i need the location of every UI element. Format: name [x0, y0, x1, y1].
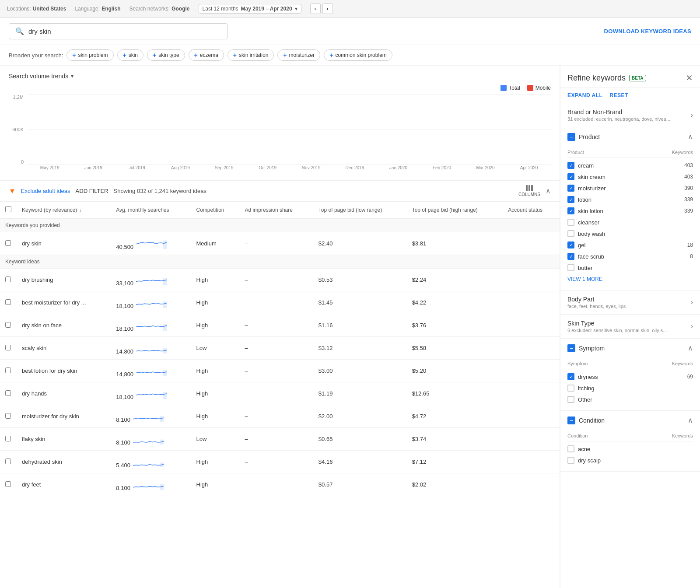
- broaden-chip-label: skin irritation: [239, 52, 268, 58]
- minus-icon[interactable]: −: [567, 344, 575, 352]
- add-filter-button[interactable]: ADD FILTER: [76, 188, 108, 194]
- refine-item-checkbox[interactable]: ✓: [567, 162, 574, 169]
- refine-item-checkbox[interactable]: ✓: [567, 207, 574, 214]
- prev-date-button[interactable]: ‹: [310, 4, 321, 14]
- refine-item-count: 69: [687, 374, 693, 380]
- date-range-value: May 2019 – Apr 2020: [241, 6, 292, 12]
- row-keyword: dry hands: [17, 382, 111, 405]
- search-input-wrap: 🔍: [9, 23, 228, 39]
- chevron-down-icon: ›: [691, 322, 693, 330]
- download-keyword-ideas-button[interactable]: DOWNLOAD KEYWORD IDEAS: [604, 28, 691, 35]
- reset-button[interactable]: RESET: [609, 92, 628, 98]
- refine-item-checkbox[interactable]: ✓: [567, 373, 574, 380]
- refine-item: ✓ dryness 69: [567, 371, 693, 382]
- refine-item-checkbox[interactable]: [567, 219, 574, 226]
- location-info: Locations: United States: [7, 6, 66, 12]
- refine-body-part-header[interactable]: Body Part face, feet, hands, eyes, lips …: [560, 290, 700, 314]
- x-label: Jan 2020: [377, 165, 420, 173]
- refine-item-label: cleanser: [578, 219, 690, 226]
- refine-item: ✓ gel 18: [567, 239, 693, 251]
- minus-icon[interactable]: −: [567, 133, 575, 141]
- minus-icon[interactable]: −: [567, 416, 575, 424]
- refine-item-count: 339: [684, 208, 693, 214]
- row-checkbox[interactable]: [0, 382, 17, 405]
- refine-item-checkbox[interactable]: [567, 445, 574, 452]
- select-all-checkbox[interactable]: [0, 202, 17, 218]
- expand-all-button[interactable]: EXPAND ALL: [567, 92, 602, 98]
- svg-rect-9: [160, 462, 164, 467]
- collapse-chart-button[interactable]: ∧: [546, 187, 551, 195]
- row-ad-impression: –: [240, 473, 313, 496]
- th-competition[interactable]: Competition: [191, 202, 240, 218]
- refine-condition-header[interactable]: − Condition ∧: [560, 411, 700, 430]
- row-checkbox[interactable]: [0, 405, 17, 428]
- th-top-low[interactable]: Top of page bid (low range): [313, 202, 407, 218]
- row-checkbox[interactable]: [0, 473, 17, 496]
- section-header-cell: Keyword ideas: [0, 255, 560, 269]
- refine-skin-type-header[interactable]: Skin Type 6 excluded: sensitive skin, no…: [560, 315, 700, 338]
- refine-product-table-header: Product Keywords: [567, 148, 693, 158]
- date-range-selector[interactable]: Last 12 months May 2019 – Apr 2020 ▾: [199, 4, 301, 14]
- row-checkbox[interactable]: [0, 428, 17, 451]
- row-checkbox[interactable]: [0, 451, 17, 473]
- broaden-chip[interactable]: +skin problem: [66, 49, 113, 61]
- row-checkbox[interactable]: [0, 314, 17, 337]
- row-top-high: $3.74: [407, 428, 503, 451]
- refine-item-checkbox[interactable]: [567, 457, 574, 464]
- broaden-chip[interactable]: +moisturizer: [277, 49, 320, 61]
- th-ad-impression[interactable]: Ad impression share: [240, 202, 313, 218]
- table-row: scaly skin 14,800 Low – $3.12 $5.58: [0, 337, 560, 360]
- row-avg-monthly: 14,800: [111, 360, 191, 382]
- close-refine-button[interactable]: ✕: [686, 73, 693, 83]
- th-account-status: Account status: [503, 202, 560, 218]
- broaden-chip[interactable]: +common skin problem: [324, 49, 392, 61]
- row-checkbox[interactable]: [0, 269, 17, 291]
- th-keyword[interactable]: Keyword (by relevance) ↓: [17, 202, 111, 218]
- th-avg-monthly[interactable]: Avg. monthly searches: [111, 202, 191, 218]
- refine-symptom-header[interactable]: − Symptom ∧: [560, 339, 700, 357]
- sparkline: [136, 364, 167, 376]
- refine-item-count: 390: [684, 185, 693, 191]
- refine-product-header[interactable]: − Product ∧: [560, 127, 700, 146]
- refine-item-checkbox[interactable]: [567, 264, 574, 271]
- row-checkbox[interactable]: [0, 337, 17, 360]
- broaden-chip[interactable]: +eczema: [189, 49, 224, 61]
- next-date-button[interactable]: ›: [322, 4, 333, 14]
- sparkline: [136, 318, 167, 331]
- broaden-chip[interactable]: +skin irritation: [228, 49, 274, 61]
- broaden-chip[interactable]: +skin: [117, 49, 144, 61]
- y-label-mid: 600K: [9, 127, 24, 132]
- row-avg-monthly: 40,500: [111, 232, 191, 255]
- broaden-chip[interactable]: +skin type: [147, 49, 185, 61]
- chart-dropdown-icon[interactable]: ▾: [71, 73, 74, 79]
- refine-item-checkbox[interactable]: ✓: [567, 253, 574, 260]
- columns-button[interactable]: COLUMNS: [518, 185, 540, 197]
- x-label: May 2019: [28, 165, 72, 173]
- refine-item-checkbox[interactable]: ✓: [567, 185, 574, 192]
- refine-item-checkbox[interactable]: ✓: [567, 242, 574, 248]
- refine-item-checkbox[interactable]: ✓: [567, 196, 574, 203]
- view-more-product-button[interactable]: VIEW 1 MORE: [567, 273, 693, 285]
- refine-item-label: lotion: [578, 196, 681, 203]
- exclude-adult-button[interactable]: Exclude adult ideas: [21, 188, 70, 194]
- row-avg-monthly: 18,100: [111, 314, 191, 337]
- refine-item-checkbox[interactable]: [567, 385, 574, 392]
- chart-header: Search volume trends ▾: [9, 73, 551, 80]
- search-input[interactable]: [28, 28, 221, 35]
- row-top-high: $3.76: [407, 314, 503, 337]
- refine-item: acne: [567, 443, 693, 455]
- row-checkbox[interactable]: [0, 291, 17, 314]
- row-account-status: [503, 314, 560, 337]
- refine-item-checkbox[interactable]: [567, 396, 574, 403]
- refine-brand-header[interactable]: Brand or Non-Brand 31 excluded: eucerin,…: [560, 103, 700, 127]
- refine-symptom-title-group: − Symptom: [567, 344, 605, 352]
- th-top-high[interactable]: Top of page bid (high range): [407, 202, 503, 218]
- row-checkbox[interactable]: [0, 360, 17, 382]
- row-top-low: $2.00: [313, 405, 407, 428]
- refine-product-title-group: − Product: [567, 133, 600, 141]
- row-top-low: $1.19: [313, 382, 407, 405]
- refine-item-checkbox[interactable]: [567, 230, 574, 237]
- refine-item-checkbox[interactable]: ✓: [567, 173, 574, 180]
- row-checkbox[interactable]: [0, 232, 17, 255]
- beta-badge: BETA: [629, 75, 646, 81]
